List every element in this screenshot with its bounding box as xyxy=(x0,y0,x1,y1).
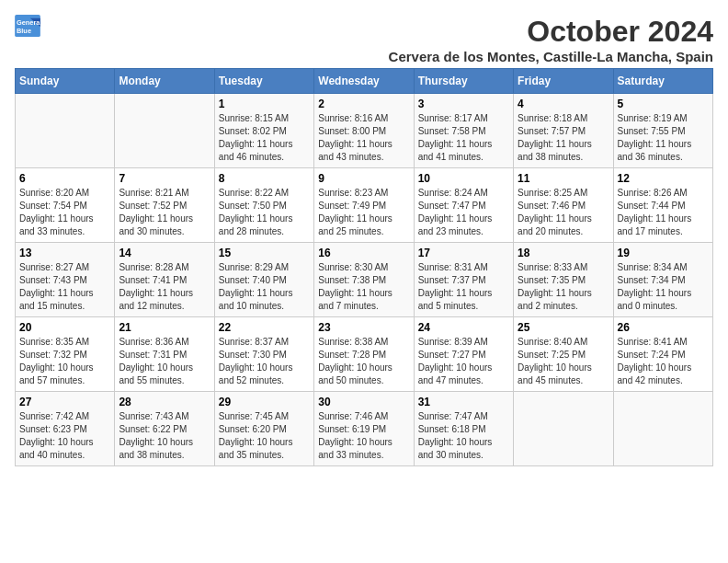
day-info: Sunrise: 8:27 AMSunset: 7:43 PMDaylight:… xyxy=(19,261,110,313)
location-title: Cervera de los Montes, Castille-La Manch… xyxy=(389,49,713,64)
day-info: Sunrise: 8:34 AMSunset: 7:34 PMDaylight:… xyxy=(618,261,709,313)
day-info: Sunrise: 7:43 AMSunset: 6:22 PMDaylight:… xyxy=(119,410,210,462)
day-number: 25 xyxy=(518,321,609,334)
calendar-cell: 24Sunrise: 8:39 AMSunset: 7:27 PMDayligh… xyxy=(414,317,513,392)
calendar-cell: 18Sunrise: 8:33 AMSunset: 7:35 PMDayligh… xyxy=(514,243,613,317)
calendar-cell: 31Sunrise: 7:47 AMSunset: 6:18 PMDayligh… xyxy=(414,392,513,466)
calendar-cell: 11Sunrise: 8:25 AMSunset: 7:46 PMDayligh… xyxy=(514,168,613,243)
header: General Blue October 2024 Cervera de los… xyxy=(15,15,713,64)
day-info: Sunrise: 8:28 AMSunset: 7:41 PMDaylight:… xyxy=(119,261,210,313)
calendar-cell: 12Sunrise: 8:26 AMSunset: 7:44 PMDayligh… xyxy=(613,168,712,243)
day-info: Sunrise: 8:15 AMSunset: 8:02 PMDaylight:… xyxy=(219,112,310,164)
calendar-cell: 6Sunrise: 8:20 AMSunset: 7:54 PMDaylight… xyxy=(16,168,115,243)
day-number: 21 xyxy=(119,321,210,334)
calendar-cell: 27Sunrise: 7:42 AMSunset: 6:23 PMDayligh… xyxy=(16,392,115,466)
calendar-cell: 23Sunrise: 8:38 AMSunset: 7:28 PMDayligh… xyxy=(314,317,414,392)
day-number: 11 xyxy=(518,172,609,185)
calendar-cell: 21Sunrise: 8:36 AMSunset: 7:31 PMDayligh… xyxy=(115,317,214,392)
day-info: Sunrise: 8:24 AMSunset: 7:47 PMDaylight:… xyxy=(418,187,509,238)
logo-icon: General Blue xyxy=(15,15,40,37)
day-info: Sunrise: 8:26 AMSunset: 7:44 PMDaylight:… xyxy=(618,187,709,238)
day-number: 12 xyxy=(618,172,709,185)
day-info: Sunrise: 8:41 AMSunset: 7:24 PMDaylight:… xyxy=(618,336,709,387)
day-info: Sunrise: 8:23 AMSunset: 7:49 PMDaylight:… xyxy=(318,187,409,238)
calendar-cell xyxy=(514,392,613,466)
calendar-cell: 28Sunrise: 7:43 AMSunset: 6:22 PMDayligh… xyxy=(115,392,214,466)
day-number: 30 xyxy=(318,396,409,408)
day-number: 20 xyxy=(19,321,110,334)
calendar-week-5: 27Sunrise: 7:42 AMSunset: 6:23 PMDayligh… xyxy=(16,392,713,466)
day-number: 2 xyxy=(318,98,409,110)
month-title: October 2024 xyxy=(389,15,713,49)
calendar-cell: 19Sunrise: 8:34 AMSunset: 7:34 PMDayligh… xyxy=(613,243,712,317)
day-number: 1 xyxy=(219,98,310,110)
calendar-cell: 15Sunrise: 8:29 AMSunset: 7:40 PMDayligh… xyxy=(214,243,313,317)
day-number: 27 xyxy=(19,396,110,408)
day-info: Sunrise: 7:46 AMSunset: 6:19 PMDaylight:… xyxy=(318,410,409,462)
day-info: Sunrise: 8:19 AMSunset: 7:55 PMDaylight:… xyxy=(618,112,709,164)
day-number: 8 xyxy=(219,172,310,185)
calendar-cell: 7Sunrise: 8:21 AMSunset: 7:52 PMDaylight… xyxy=(115,168,214,243)
calendar-cell xyxy=(115,94,214,168)
day-number: 5 xyxy=(618,98,709,110)
calendar-body: 1Sunrise: 8:15 AMSunset: 8:02 PMDaylight… xyxy=(16,94,713,466)
calendar-cell: 16Sunrise: 8:30 AMSunset: 7:38 PMDayligh… xyxy=(314,243,414,317)
day-info: Sunrise: 8:37 AMSunset: 7:30 PMDaylight:… xyxy=(219,336,310,387)
day-number: 18 xyxy=(518,247,609,259)
calendar-cell: 2Sunrise: 8:16 AMSunset: 8:00 PMDaylight… xyxy=(314,94,414,168)
day-info: Sunrise: 8:22 AMSunset: 7:50 PMDaylight:… xyxy=(219,187,310,238)
day-number: 14 xyxy=(119,247,210,259)
calendar-cell: 9Sunrise: 8:23 AMSunset: 7:49 PMDaylight… xyxy=(314,168,414,243)
day-info: Sunrise: 8:25 AMSunset: 7:46 PMDaylight:… xyxy=(518,187,609,238)
calendar-week-4: 20Sunrise: 8:35 AMSunset: 7:32 PMDayligh… xyxy=(16,317,713,392)
day-info: Sunrise: 8:21 AMSunset: 7:52 PMDaylight:… xyxy=(119,187,210,238)
day-number: 10 xyxy=(418,172,509,185)
day-info: Sunrise: 8:18 AMSunset: 7:57 PMDaylight:… xyxy=(518,112,609,164)
day-number: 13 xyxy=(19,247,110,259)
calendar-week-2: 6Sunrise: 8:20 AMSunset: 7:54 PMDaylight… xyxy=(16,168,713,243)
day-number: 4 xyxy=(518,98,609,110)
day-number: 6 xyxy=(19,172,110,185)
day-number: 3 xyxy=(418,98,509,110)
day-number: 9 xyxy=(318,172,409,185)
weekday-header-monday: Monday xyxy=(115,69,214,94)
day-info: Sunrise: 8:36 AMSunset: 7:31 PMDaylight:… xyxy=(119,336,210,387)
day-number: 24 xyxy=(418,321,509,334)
day-number: 15 xyxy=(219,247,310,259)
day-number: 26 xyxy=(618,321,709,334)
day-info: Sunrise: 7:45 AMSunset: 6:20 PMDaylight:… xyxy=(219,410,310,462)
day-info: Sunrise: 8:38 AMSunset: 7:28 PMDaylight:… xyxy=(318,336,409,387)
calendar-cell: 26Sunrise: 8:41 AMSunset: 7:24 PMDayligh… xyxy=(613,317,712,392)
calendar-cell xyxy=(613,392,712,466)
day-info: Sunrise: 8:30 AMSunset: 7:38 PMDaylight:… xyxy=(318,261,409,313)
calendar-week-1: 1Sunrise: 8:15 AMSunset: 8:02 PMDaylight… xyxy=(16,94,713,168)
calendar-table: SundayMondayTuesdayWednesdayThursdayFrid… xyxy=(15,68,713,466)
calendar-cell: 3Sunrise: 8:17 AMSunset: 7:58 PMDaylight… xyxy=(414,94,513,168)
day-number: 23 xyxy=(318,321,409,334)
weekday-header-tuesday: Tuesday xyxy=(214,69,313,94)
calendar-cell: 14Sunrise: 8:28 AMSunset: 7:41 PMDayligh… xyxy=(115,243,214,317)
day-number: 16 xyxy=(318,247,409,259)
calendar-cell: 5Sunrise: 8:19 AMSunset: 7:55 PMDaylight… xyxy=(613,94,712,168)
day-info: Sunrise: 8:31 AMSunset: 7:37 PMDaylight:… xyxy=(418,261,509,313)
day-info: Sunrise: 8:33 AMSunset: 7:35 PMDaylight:… xyxy=(518,261,609,313)
day-info: Sunrise: 8:16 AMSunset: 8:00 PMDaylight:… xyxy=(318,112,409,164)
day-number: 17 xyxy=(418,247,509,259)
day-number: 22 xyxy=(219,321,310,334)
calendar-cell: 1Sunrise: 8:15 AMSunset: 8:02 PMDaylight… xyxy=(214,94,313,168)
calendar-cell: 30Sunrise: 7:46 AMSunset: 6:19 PMDayligh… xyxy=(314,392,414,466)
day-info: Sunrise: 8:20 AMSunset: 7:54 PMDaylight:… xyxy=(19,187,110,238)
day-info: Sunrise: 7:47 AMSunset: 6:18 PMDaylight:… xyxy=(418,410,509,462)
day-number: 7 xyxy=(119,172,210,185)
weekday-header-friday: Friday xyxy=(514,69,613,94)
day-info: Sunrise: 8:39 AMSunset: 7:27 PMDaylight:… xyxy=(418,336,509,387)
calendar-cell: 10Sunrise: 8:24 AMSunset: 7:47 PMDayligh… xyxy=(414,168,513,243)
svg-text:Blue: Blue xyxy=(17,27,31,35)
calendar-cell: 29Sunrise: 7:45 AMSunset: 6:20 PMDayligh… xyxy=(214,392,313,466)
calendar-cell: 4Sunrise: 8:18 AMSunset: 7:57 PMDaylight… xyxy=(514,94,613,168)
svg-text:General: General xyxy=(17,18,40,27)
day-number: 31 xyxy=(418,396,509,408)
day-number: 28 xyxy=(119,396,210,408)
weekday-header-thursday: Thursday xyxy=(414,69,513,94)
day-info: Sunrise: 8:35 AMSunset: 7:32 PMDaylight:… xyxy=(19,336,110,387)
